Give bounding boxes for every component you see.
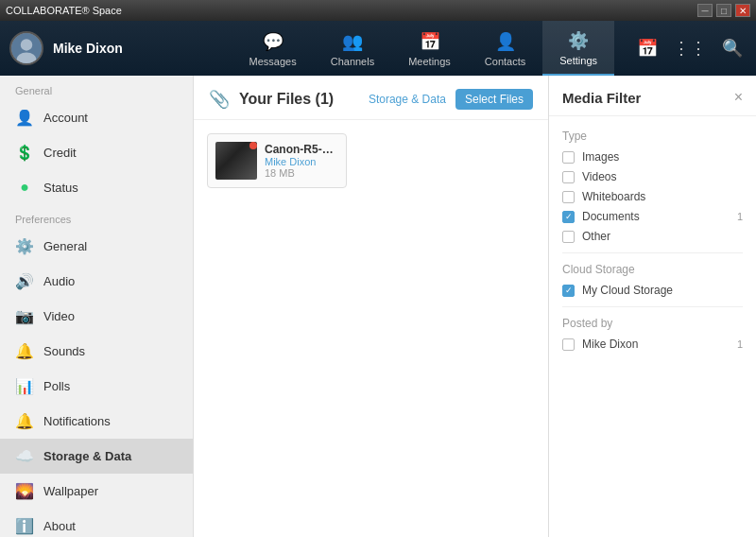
- credit-icon: 💲: [15, 144, 34, 162]
- sidebar-item-wallpaper[interactable]: 🌄 Wallpaper: [0, 474, 193, 509]
- images-checkbox[interactable]: [562, 151, 575, 164]
- video-icon: 📷: [15, 307, 34, 325]
- file-badge: [249, 142, 257, 149]
- storage-icon: ☁️: [15, 447, 34, 465]
- documents-count: 1: [737, 211, 743, 222]
- sidebar-sounds-label: Sounds: [43, 344, 85, 358]
- videos-checkbox[interactable]: [562, 171, 575, 183]
- file-size: 18 MB: [265, 167, 338, 179]
- sidebar-credit-label: Credit: [43, 146, 77, 160]
- list-item[interactable]: Canon-R5-Manu... Mike Dixon 18 MB: [207, 133, 347, 188]
- minimize-button[interactable]: ─: [697, 4, 713, 17]
- file-thumbnail: [215, 142, 257, 180]
- sidebar-item-account[interactable]: 👤 Account: [0, 100, 193, 135]
- mycloud-label: My Cloud Storage: [582, 284, 743, 297]
- audio-icon: 🔊: [15, 272, 34, 290]
- videos-label: Videos: [582, 170, 743, 183]
- nav-meetings[interactable]: 📅 Meetings: [391, 21, 468, 76]
- breadcrumb-link[interactable]: Storage & Data: [369, 93, 446, 106]
- sidebar-item-credit[interactable]: 💲 Credit: [0, 135, 193, 170]
- filter-images[interactable]: Images: [562, 150, 743, 164]
- sidebar-about-label: About: [43, 519, 76, 533]
- files-grid: Canon-R5-Manu... Mike Dixon 18 MB: [194, 120, 548, 537]
- mikeDixon-label: Mike Dixon: [582, 338, 730, 351]
- contacts-icon: 👤: [495, 31, 516, 52]
- filter-mycloud[interactable]: My Cloud Storage: [562, 284, 743, 297]
- nav-settings-label: Settings: [559, 55, 597, 66]
- about-icon: ℹ️: [15, 517, 34, 535]
- filter-cloud-label: Cloud Storage: [562, 263, 743, 276]
- documents-label: Documents: [582, 210, 730, 223]
- channels-icon: 👥: [342, 31, 363, 52]
- content-area: 📎 Your Files (1) Storage & Data Select F…: [194, 76, 548, 537]
- sidebar-item-about[interactable]: ℹ️ About: [0, 509, 193, 537]
- nav-right: 📅 ⋮⋮ 🔍: [633, 34, 747, 62]
- nav-contacts[interactable]: 👤 Contacts: [468, 21, 542, 76]
- other-checkbox[interactable]: [562, 231, 575, 243]
- sidebar-status-label: Status: [43, 181, 78, 195]
- filter-videos[interactable]: Videos: [562, 170, 743, 183]
- files-header: 📎 Your Files (1) Storage & Data Select F…: [194, 76, 548, 120]
- search-icon[interactable]: 🔍: [718, 34, 747, 62]
- media-filter-panel: Media Filter × Type Images Videos Whiteb…: [548, 76, 756, 537]
- images-label: Images: [582, 150, 743, 164]
- sidebar-account-label: Account: [43, 111, 88, 125]
- sidebar-item-status[interactable]: ● Status: [0, 170, 193, 204]
- filter-other[interactable]: Other: [562, 230, 743, 243]
- select-files-button[interactable]: Select Files: [455, 89, 533, 110]
- app-title: COLLABORATE® Space: [6, 5, 122, 16]
- svg-point-1: [21, 39, 32, 50]
- sidebar-audio-label: Audio: [43, 274, 75, 288]
- media-filter-close-button[interactable]: ×: [734, 89, 743, 106]
- sidebar-general-label: General: [0, 76, 193, 100]
- sidebar-video-label: Video: [43, 309, 75, 323]
- sidebar-wallpaper-label: Wallpaper: [43, 484, 98, 498]
- meetings-icon: 📅: [420, 31, 440, 52]
- sidebar: General 👤 Account 💲 Credit ● Status Pref…: [0, 76, 194, 537]
- sidebar-item-polls[interactable]: 📊 Polls: [0, 369, 193, 404]
- whiteboards-label: Whiteboards: [582, 190, 743, 203]
- top-nav: Mike Dixon 💬 Messages 👥 Channels 📅 Meeti…: [0, 21, 756, 76]
- nav-items: 💬 Messages 👥 Channels 📅 Meetings 👤 Conta…: [232, 21, 614, 76]
- sidebar-item-notifications[interactable]: 🔔 Notifications: [0, 404, 193, 439]
- nav-contacts-label: Contacts: [485, 56, 525, 67]
- maximize-button[interactable]: □: [716, 4, 731, 17]
- sidebar-item-audio[interactable]: 🔊 Audio: [0, 264, 193, 299]
- grid-icon[interactable]: ⋮⋮: [669, 34, 711, 62]
- media-filter-body: Type Images Videos Whiteboards Documents…: [549, 116, 756, 537]
- media-filter-header: Media Filter ×: [549, 76, 756, 116]
- nav-channels-label: Channels: [331, 56, 374, 67]
- avatar: [9, 31, 43, 65]
- calendar-icon[interactable]: 📅: [633, 34, 662, 62]
- sidebar-item-video[interactable]: 📷 Video: [0, 299, 193, 334]
- wallpaper-icon: 🌄: [15, 482, 34, 500]
- attach-icon: 📎: [209, 89, 230, 110]
- files-title: Your Files (1): [239, 91, 359, 108]
- media-filter-title: Media Filter: [562, 90, 641, 106]
- nav-messages[interactable]: 💬 Messages: [232, 21, 314, 76]
- mycloud-checkbox[interactable]: [562, 285, 575, 297]
- file-owner: Mike Dixon: [265, 156, 338, 167]
- mikeDixon-checkbox[interactable]: [562, 338, 575, 351]
- filter-whiteboards[interactable]: Whiteboards: [562, 190, 743, 203]
- documents-checkbox[interactable]: [562, 211, 575, 223]
- main-layout: General 👤 Account 💲 Credit ● Status Pref…: [0, 76, 756, 537]
- sidebar-general-item-label: General: [43, 239, 87, 253]
- close-button[interactable]: ✕: [735, 4, 750, 17]
- sidebar-item-general[interactable]: ⚙️ General: [0, 229, 193, 264]
- settings-icon: ⚙️: [568, 30, 589, 51]
- user-name: Mike Dixon: [53, 41, 123, 56]
- sidebar-polls-label: Polls: [43, 379, 70, 393]
- filter-divider-2: [562, 306, 743, 307]
- filter-mikeDixon[interactable]: Mike Dixon 1: [562, 338, 743, 351]
- sidebar-storage-label: Storage & Data: [43, 449, 131, 463]
- sidebar-item-sounds[interactable]: 🔔 Sounds: [0, 334, 193, 369]
- sidebar-item-storage[interactable]: ☁️ Storage & Data: [0, 439, 193, 474]
- nav-messages-label: Messages: [249, 56, 297, 67]
- nav-channels[interactable]: 👥 Channels: [314, 21, 391, 76]
- nav-settings[interactable]: ⚙️ Settings: [542, 21, 614, 76]
- filter-documents[interactable]: Documents 1: [562, 210, 743, 223]
- account-icon: 👤: [15, 109, 34, 127]
- whiteboards-checkbox[interactable]: [562, 191, 575, 203]
- nav-meetings-label: Meetings: [408, 56, 451, 67]
